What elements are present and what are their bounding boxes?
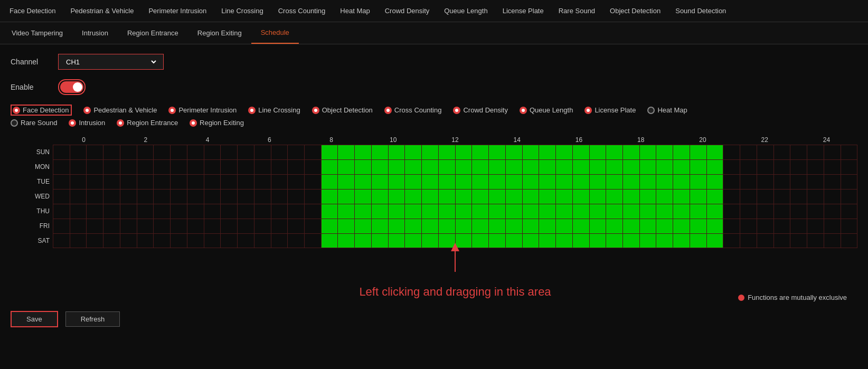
grid-cell[interactable] <box>606 145 623 159</box>
grid-cell[interactable] <box>238 190 254 204</box>
grid-cell[interactable] <box>372 190 389 204</box>
grid-cell[interactable] <box>271 175 288 189</box>
grid-cell[interactable] <box>171 204 187 219</box>
grid-cell[interactable] <box>439 190 456 204</box>
grid-cell[interactable] <box>807 145 824 159</box>
grid-cell[interactable] <box>841 145 858 159</box>
radio-rare-sound[interactable]: Rare Sound <box>11 119 57 127</box>
grid-cell[interactable] <box>372 175 389 189</box>
save-button[interactable]: Save <box>11 311 58 327</box>
grid-cell[interactable] <box>556 204 573 219</box>
tab-region-entrance[interactable]: Region Entrance <box>118 22 188 44</box>
grid-cell[interactable] <box>137 160 154 174</box>
grid-cell[interactable] <box>338 175 355 189</box>
grid-cell[interactable] <box>489 175 506 189</box>
grid-cell[interactable] <box>288 219 305 233</box>
grid-cell[interactable] <box>506 190 523 204</box>
grid-cell[interactable] <box>824 204 841 219</box>
grid-cell[interactable] <box>723 204 740 219</box>
grid-cell[interactable] <box>305 175 322 189</box>
tab-intrusion[interactable]: Intrusion <box>72 22 118 44</box>
grid-cell[interactable] <box>824 175 841 189</box>
grid-cell[interactable] <box>656 175 673 189</box>
grid-cell[interactable] <box>472 219 489 233</box>
grid-cell[interactable] <box>305 190 322 204</box>
grid-cell[interactable] <box>87 219 103 233</box>
grid-cell[interactable] <box>120 190 137 204</box>
tab-video-tampering[interactable]: Video Tampering <box>2 22 72 44</box>
grid-cell[interactable] <box>456 160 473 174</box>
grid-row-mon[interactable] <box>53 159 857 174</box>
grid-cell[interactable] <box>590 175 607 189</box>
grid-row-wed[interactable] <box>53 189 857 204</box>
grid-cell[interactable] <box>774 190 791 204</box>
grid-cell[interactable] <box>338 145 355 159</box>
grid-cell[interactable] <box>187 160 204 174</box>
grid-cell[interactable] <box>673 219 690 233</box>
grid-cell[interactable] <box>757 160 774 174</box>
grid-cell[interactable] <box>489 145 506 159</box>
tab-rare-sound[interactable]: Rare Sound <box>551 0 602 22</box>
grid-cell[interactable] <box>690 175 707 189</box>
grid-cell[interactable] <box>372 145 389 159</box>
grid-cell[interactable] <box>405 219 422 233</box>
tab-cross-counting[interactable]: Cross Counting <box>271 0 333 22</box>
grid-cell[interactable] <box>523 219 540 233</box>
grid-cell[interactable] <box>305 219 322 233</box>
grid-cell[interactable] <box>640 145 657 159</box>
grid-cell[interactable] <box>322 190 338 204</box>
grid-cell[interactable] <box>506 219 523 233</box>
grid-cell[interactable] <box>154 175 171 189</box>
grid-cell[interactable] <box>53 175 70 189</box>
grid-cell[interactable] <box>137 190 154 204</box>
grid-cell[interactable] <box>221 160 238 174</box>
grid-cell[interactable] <box>606 204 623 219</box>
tab-schedule[interactable]: Schedule <box>251 22 299 44</box>
grid-cell[interactable] <box>171 190 187 204</box>
grid-cell[interactable] <box>841 219 858 233</box>
grid-rows[interactable] <box>53 145 857 248</box>
grid-cell[interactable] <box>154 190 171 204</box>
grid-cell[interactable] <box>707 160 724 174</box>
grid-cell[interactable] <box>623 145 640 159</box>
grid-cell[interactable] <box>53 190 70 204</box>
grid-cell[interactable] <box>355 145 372 159</box>
tab-license-plate[interactable]: License Plate <box>495 0 551 22</box>
grid-cell[interactable] <box>288 160 305 174</box>
tab-crowd-density[interactable]: Crowd Density <box>378 0 437 22</box>
grid-cell[interactable] <box>204 190 221 204</box>
grid-cell[interactable] <box>573 145 590 159</box>
grid-cell[interactable] <box>523 145 540 159</box>
grid-cell[interactable] <box>506 204 523 219</box>
grid-cell[interactable] <box>389 204 405 219</box>
grid-cell[interactable] <box>807 190 824 204</box>
grid-cell[interactable] <box>774 204 791 219</box>
grid-cell[interactable] <box>372 160 389 174</box>
grid-cell[interactable] <box>70 175 87 189</box>
grid-cell[interactable] <box>656 190 673 204</box>
grid-cell[interactable] <box>556 145 573 159</box>
grid-cell[interactable] <box>221 175 238 189</box>
grid-cell[interactable] <box>372 204 389 219</box>
grid-cell[interactable] <box>305 145 322 159</box>
grid-cell[interactable] <box>656 145 673 159</box>
grid-cell[interactable] <box>238 175 254 189</box>
grid-cell[interactable] <box>137 145 154 159</box>
grid-cell[interactable] <box>305 204 322 219</box>
radio-intrusion[interactable]: Intrusion <box>69 119 105 127</box>
grid-cell[interactable] <box>506 175 523 189</box>
grid-cell[interactable] <box>53 204 70 219</box>
grid-cell[interactable] <box>723 160 740 174</box>
grid-cell[interactable] <box>322 219 338 233</box>
channel-select-wrapper[interactable]: CH1 CH2 CH3 CH4 <box>58 54 164 70</box>
grid-cell[interactable] <box>171 145 187 159</box>
grid-cell[interactable] <box>774 219 791 233</box>
grid-cell[interactable] <box>221 190 238 204</box>
grid-cell[interactable] <box>322 145 338 159</box>
grid-cell[interactable] <box>506 160 523 174</box>
radio-object-detection[interactable]: Object Detection <box>312 106 373 114</box>
grid-cell[interactable] <box>288 190 305 204</box>
tab-heat-map[interactable]: Heat Map <box>333 0 377 22</box>
grid-cell[interactable] <box>439 160 456 174</box>
grid-cell[interactable] <box>590 145 607 159</box>
